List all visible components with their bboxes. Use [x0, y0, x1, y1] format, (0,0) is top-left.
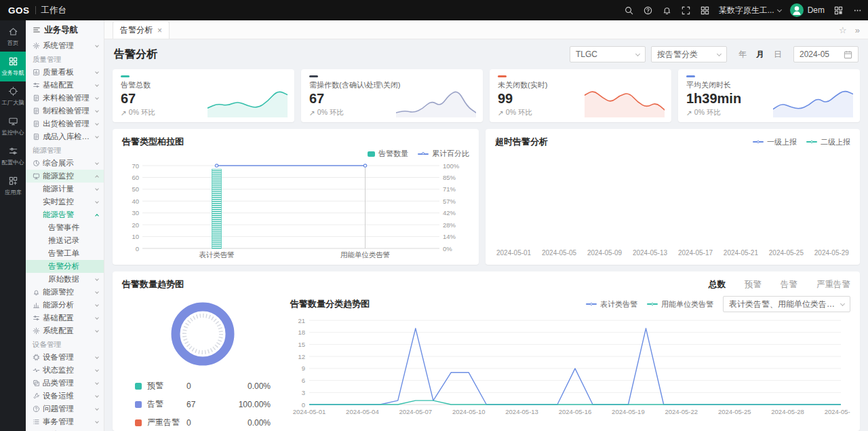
sidebar-item-quality-board[interactable]: 质量看板: [26, 66, 104, 79]
sidebar-item-raw-data[interactable]: 原始数据: [26, 273, 104, 286]
sidebar-item-system-mgmt[interactable]: 系统管理: [26, 39, 104, 52]
rail-item-factory-brain[interactable]: 工厂大脑: [0, 81, 26, 111]
sidebar-item-energy-monitor[interactable]: 能源监控: [26, 170, 104, 183]
legend-level2-report[interactable]: 二级上报: [806, 137, 850, 147]
svg-text:10: 10: [132, 233, 139, 240]
legend-line-marker: [753, 141, 764, 143]
sidebar-item-base-config-2[interactable]: 基础配置: [26, 312, 104, 324]
sidebar-item-realtime-monitor[interactable]: 实时监控: [26, 195, 104, 208]
sidebar-item-device-mgmt-item[interactable]: 设备管理: [26, 351, 104, 364]
donut-panel: 预警00.00%告警67100.00%严重告警00.00%: [122, 295, 283, 431]
brain-icon: [8, 86, 18, 96]
chevron-down-icon: [95, 368, 99, 372]
svg-text:21: 21: [298, 317, 305, 324]
sidebar-item-status-monitor[interactable]: 状态监控: [26, 364, 104, 377]
period-option-1[interactable]: 月: [751, 48, 769, 62]
rail-item-app-library[interactable]: 应用库: [0, 171, 26, 201]
rail-item-home[interactable]: 首页: [0, 22, 26, 52]
series-filter-select[interactable]: 表计类告警、用能单位类告警、节能...: [723, 296, 850, 312]
sidebar-item-overview-display[interactable]: 综合展示: [26, 157, 104, 170]
sidebar-item-alarm-workorder[interactable]: 告警工单: [26, 247, 104, 260]
bell-icon: [33, 288, 40, 296]
chart-icon: [33, 301, 40, 309]
sidebar-item-category-mgmt[interactable]: 品类管理: [26, 377, 104, 390]
stat-accent: [121, 75, 130, 77]
legend-label: 二级上报: [821, 137, 850, 147]
sidebar-item-alarm-analysis[interactable]: 告警分析: [26, 260, 104, 273]
collapse-tabs-icon[interactable]: »: [855, 25, 860, 35]
chevron-down-icon: [95, 70, 99, 74]
sidebar-item-system-config[interactable]: 系统配置: [26, 324, 104, 337]
period-option-0[interactable]: 年: [734, 48, 751, 62]
search-icon[interactable]: [624, 5, 634, 16]
svg-text:0: 0: [136, 245, 139, 252]
sidebar-item-process-inspection[interactable]: 制程检验管理: [26, 105, 104, 117]
tenant-select[interactable]: 某数字原生工...: [719, 5, 781, 16]
legend-meter-alarm[interactable]: 表计类告警: [586, 299, 637, 310]
donut-legend-row-critical[interactable]: 严重告警00.00%: [135, 417, 271, 428]
legend-unit-alarm[interactable]: 用能单位类告警: [647, 299, 713, 310]
more-icon[interactable]: [852, 5, 863, 16]
sidebar-item-spare-parts[interactable]: 备件管理: [26, 428, 104, 431]
sidebar-item-label: 能源警控: [43, 287, 93, 297]
apps-grid-icon[interactable]: [700, 5, 710, 16]
main: 告警分析 × ☆ » 告警分析 TLGC: [104, 20, 868, 431]
fullscreen-icon[interactable]: [681, 5, 691, 16]
avatar[interactable]: [790, 3, 804, 17]
donut-legend-row-alarm[interactable]: 告警67100.00%: [135, 398, 271, 410]
sidebar-item-issue-mgmt[interactable]: 问题管理: [26, 402, 104, 415]
trend-tab-2[interactable]: 告警: [781, 279, 797, 291]
sidebar-item-base-config[interactable]: 基础配置: [26, 79, 104, 92]
chevron-down-icon: [95, 134, 99, 138]
sidebar-item-shipping-inspection[interactable]: 出货检验管理: [26, 117, 104, 130]
sidebar-title: 业务导航: [26, 20, 104, 39]
sidebar-item-energy-alarm[interactable]: 能源告警: [26, 208, 104, 221]
classify-select[interactable]: 按告警分类: [651, 46, 727, 62]
trend-tab-1[interactable]: 预警: [745, 279, 762, 291]
sparkline: [773, 85, 853, 117]
trend-tab-3[interactable]: 严重告警: [816, 279, 850, 291]
svg-text:2024-05-10: 2024-05-10: [452, 408, 486, 415]
sidebar-item-incoming-inspection[interactable]: 来料检验管理: [26, 92, 104, 105]
rail-item-config-center[interactable]: 配置中心: [0, 141, 26, 171]
legend-cumulative-pct[interactable]: 累计百分比: [418, 149, 469, 159]
logo: GOS: [8, 5, 30, 16]
sparkline: [208, 85, 288, 117]
org-select[interactable]: TLGC: [570, 46, 646, 62]
sidebar-item-energy-control[interactable]: 能源警控: [26, 286, 104, 299]
legend-alarm-count[interactable]: 告警数量: [368, 149, 408, 159]
period-option-2[interactable]: 日: [769, 48, 787, 62]
rail-item-label: 工厂大脑: [1, 98, 24, 107]
star-icon[interactable]: ☆: [839, 25, 847, 35]
legend-level1-report[interactable]: 一级上报: [753, 137, 797, 147]
close-icon[interactable]: ×: [157, 26, 162, 35]
page-title: 告警分析: [114, 48, 157, 62]
sidebar-item-energy-analysis[interactable]: 能源分析: [26, 299, 104, 312]
chevron-up-icon: [95, 214, 99, 218]
pareto-card: 告警类型柏拉图 告警数量累计百分比 00%1014%2028%3042%4057…: [113, 129, 479, 265]
trend-line-chart: 0369121518212024-05-012024-05-042024-05-…: [290, 315, 850, 417]
sidebar-item-warehouse-inspection[interactable]: 成品入库检验管理: [26, 130, 104, 143]
trend-tab-0[interactable]: 总数: [709, 279, 726, 291]
legend-line-marker: [586, 303, 597, 305]
bell-icon[interactable]: [662, 5, 672, 16]
svg-text:2024-05-28: 2024-05-28: [771, 408, 804, 415]
help-icon[interactable]: [643, 5, 653, 16]
pareto-legend: 告警数量累计百分比: [368, 149, 469, 159]
donut-legend-row-warning[interactable]: 预警00.00%: [135, 380, 271, 392]
sidebar-item-alarm-events[interactable]: 告警事件: [26, 221, 104, 234]
workspace-title[interactable]: 工作台: [41, 5, 67, 16]
tab-alarm-analysis[interactable]: 告警分析 ×: [113, 21, 170, 39]
sidebar-item-device-ops[interactable]: 设备运维: [26, 390, 104, 402]
layout-grid-icon[interactable]: [833, 5, 844, 16]
sidebar-item-affair-mgmt[interactable]: 事务管理: [26, 415, 104, 428]
grid-icon: [8, 56, 18, 67]
sidebar-item-push-records[interactable]: 推送记录: [26, 234, 104, 247]
rail-item-biz-nav[interactable]: 业务导航: [0, 52, 26, 81]
chevron-down-icon: [777, 7, 782, 12]
svg-text:6: 6: [302, 377, 305, 384]
date-picker[interactable]: 2024-05: [793, 46, 859, 62]
rail-item-monitor-center[interactable]: 监控中心: [0, 111, 26, 141]
username[interactable]: Dem: [808, 5, 825, 15]
sidebar-item-energy-metering[interactable]: 能源计量: [26, 183, 104, 195]
